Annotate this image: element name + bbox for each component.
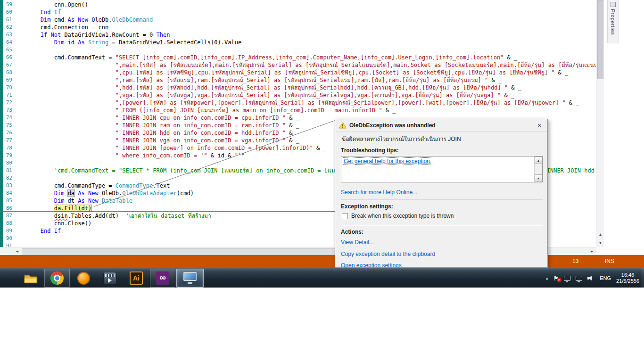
clock[interactable]: 16:46 21/5/2556 [616, 272, 639, 284]
line-number: 72 [3, 99, 13, 107]
vertical-scrollbar[interactable]: ▲ ▼ [596, 0, 604, 247]
properties-tab-label: Properties [610, 9, 616, 35]
taskbar: Ai ∞ ▴ ⚑✕ ENG 16:46 21/5/2556 [0, 268, 644, 288]
code-line: 66 cmd.CommandText = "SELECT [info_com].… [0, 54, 596, 61]
view-detail-link[interactable]: View Detail... [341, 239, 374, 246]
exception-dialog: OleDbException was unhandled × ข้อผิดพลา… [335, 119, 548, 268]
line-number: 82 [3, 174, 13, 182]
line-number: 65 [3, 46, 13, 54]
line-number: 61 [3, 16, 13, 24]
change-tracking-bar [0, 0, 3, 247]
line-number: 69 [3, 76, 13, 84]
code-line: 70 ",hdd.[รหัส] as [รหัสhdd],hdd.[รหัสอุ… [0, 84, 596, 91]
line-number: 62 [3, 24, 13, 31]
line-number: 59 [3, 1, 13, 8]
code-line: 71 ",vga.[รหัส] as [รหัสvga],vga.[รหัสอุ… [0, 91, 596, 99]
taskbar-active-app-button[interactable] [176, 269, 204, 288]
illustrator-icon: Ai [130, 272, 143, 285]
properties-panel-tab[interactable]: Properties [607, 0, 619, 43]
code-line: 60 End If [0, 8, 596, 16]
search-help-online-link[interactable]: Search for more Help Online... [341, 189, 417, 196]
break-on-exception-row: Break when this exception type is thrown [342, 213, 454, 219]
status-insert-mode: INS [605, 255, 614, 268]
line-number: 89 [3, 227, 13, 235]
line-number: 84 [3, 189, 13, 197]
warning-icon [339, 122, 347, 129]
scroll-right-icon[interactable]: ► [588, 247, 596, 255]
code-line: 73 " FROM ([info_com] JOIN [แมนบอร์ด] as… [0, 107, 596, 114]
line-number: 76 [3, 129, 13, 137]
code-line: 65 [0, 46, 596, 54]
taskbar-media-player-button[interactable] [97, 269, 123, 288]
line-number: 80 [3, 159, 13, 167]
folder-icon [24, 272, 38, 284]
orange-sphere-app-icon [77, 272, 90, 285]
tips-scroll-up-icon[interactable]: ▲ [535, 156, 542, 164]
code-line: 67 ",main.[รหัส] as [รหัสแมนบอร์ด],main.… [0, 61, 596, 69]
line-number: 74 [3, 114, 13, 122]
exception-message: ข้อผิดพลาดทางไวยากรณ์ในการดำเนินการ JOIN [342, 134, 540, 143]
code-line: 61 Dim cmd As New OleDb.OleDbCommand [0, 16, 596, 24]
status-column-number: 13 [572, 255, 578, 268]
taskbar-orange-app-button[interactable] [71, 269, 96, 288]
chrome-icon [50, 272, 64, 285]
line-number: 73 [3, 107, 13, 114]
line-number: 67 [3, 61, 13, 69]
code-line: 72 ",[power].[รหัส] as [รหัสpower],[powe… [0, 99, 596, 107]
scroll-up-icon[interactable]: ▲ [596, 230, 604, 239]
volume-icon[interactable] [587, 275, 594, 281]
action-center-flag-icon[interactable]: ⚑✕ [553, 275, 559, 282]
get-general-help-link[interactable]: Get general help for this exception. [343, 158, 432, 165]
line-number: 81 [3, 167, 13, 174]
close-icon[interactable]: × [535, 122, 544, 129]
copy-exception-detail-link[interactable]: Copy exception detail to the clipboard [341, 251, 435, 257]
line-number: 83 [3, 182, 13, 189]
break-on-exception-label: Break when this exception type is thrown [351, 213, 454, 219]
code-line: 69 ",ram.[รหัส] as [รหัสแรม],ram.[รหัสอุ… [0, 76, 596, 84]
code-line: 68 ",cpu.[รหัส] as [รหัสซีพียู],cpu.[รหั… [0, 69, 596, 76]
break-on-exception-checkbox[interactable] [342, 213, 348, 219]
line-number: 70 [3, 84, 13, 91]
line-number: 68 [3, 69, 13, 76]
exception-dialog-title-bar: OleDbException was unhandled × [335, 119, 547, 132]
line-number: 77 [3, 137, 13, 144]
tray-display-icon[interactable] [564, 276, 570, 281]
line-number: 63 [3, 31, 13, 39]
code-line: 62 cmd.Connection = cnn [0, 24, 596, 31]
line-number: 75 [3, 122, 13, 129]
tips-scrollbar[interactable]: ▲ ▼ [534, 156, 542, 182]
exception-settings-label: Exception settings: [341, 203, 393, 210]
line-number: 78 [3, 144, 13, 152]
taskbar-visual-studio-button[interactable]: ∞ [150, 269, 175, 288]
taskbar-chrome-button[interactable] [44, 269, 70, 288]
taskbar-illustrator-button[interactable]: Ai [124, 269, 149, 288]
tray-date: 21/5/2556 [616, 278, 639, 284]
line-number: 60 [3, 8, 13, 16]
language-indicator[interactable]: ENG [600, 275, 611, 281]
troubleshooting-tips-box: Get general help for this exception. ▲ ▼ [341, 156, 543, 182]
system-tray: ▴ ⚑✕ ENG 16:46 21/5/2556 [546, 268, 639, 288]
show-hidden-icons-chevron[interactable]: ▴ [546, 276, 548, 280]
exception-dialog-title: OleDbException was unhandled [349, 122, 436, 129]
scroll-down-icon[interactable]: ▼ [596, 239, 604, 247]
line-number: 86 [3, 205, 13, 212]
scroll-left-icon[interactable]: ◄ [13, 247, 21, 255]
tray-network-icon[interactable] [576, 276, 582, 281]
taskbar-explorer-button[interactable] [18, 269, 43, 288]
line-number: 91 [3, 242, 13, 247]
line-number: 87 [3, 212, 13, 220]
vertical-scrollbar-thumb[interactable] [597, 0, 603, 79]
code-line: 59 cnn.Open() [0, 1, 596, 8]
line-number: 90 [3, 235, 13, 242]
line-number: 64 [3, 39, 13, 46]
computer-monitor-icon [183, 272, 197, 284]
divider [341, 225, 543, 226]
line-number: 85 [3, 197, 13, 205]
troubleshooting-tips-label: Troubleshooting tips: [341, 147, 399, 154]
code-line: 64 Dim id As String = DataGridView1.Sele… [0, 39, 596, 46]
properties-icon [611, 2, 616, 7]
line-number: 79 [3, 152, 13, 159]
line-number: 66 [3, 54, 13, 61]
tips-scroll-down-icon[interactable]: ▼ [535, 174, 542, 182]
show-desktop-button[interactable] [641, 268, 644, 288]
